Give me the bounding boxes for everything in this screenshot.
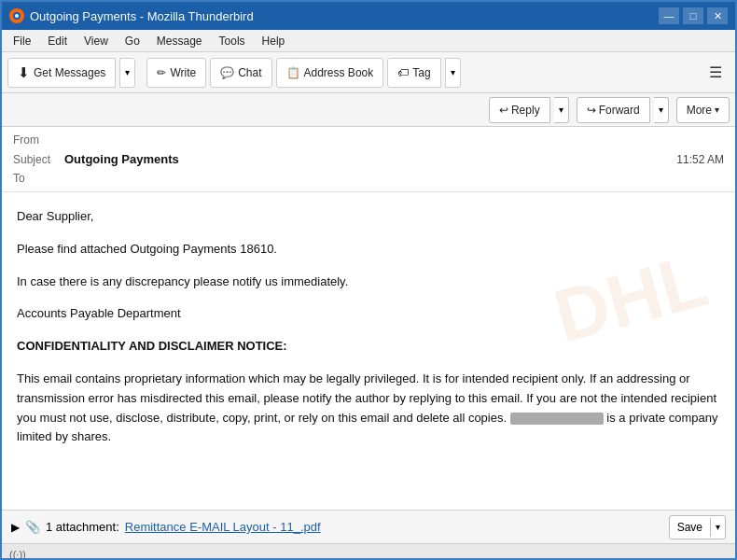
chat-icon: 💬 — [220, 66, 234, 79]
menu-message[interactable]: Message — [149, 33, 210, 49]
menu-edit[interactable]: Edit — [40, 33, 75, 49]
save-dropdown-arrow[interactable]: ▾ — [711, 519, 725, 535]
body-line1: Please find attached Outgoing Payments 1… — [17, 240, 720, 259]
email-header: From Subject Outgoing Payments 11:52 AM … — [2, 127, 735, 192]
status-icon: ((·)) — [9, 549, 26, 560]
subject-value: Outgoing Payments — [64, 152, 179, 166]
tag-icon: 🏷 — [397, 66, 409, 79]
tag-button[interactable]: 🏷 Tag — [387, 58, 440, 88]
close-button[interactable]: ✕ — [707, 7, 728, 24]
redacted-text — [510, 413, 604, 425]
from-label: From — [13, 133, 64, 147]
body-line2: In case there is any discrepancy please … — [17, 273, 720, 292]
email-body: DHL Dear Supplier, Please find attached … — [2, 192, 735, 510]
menu-bar: File Edit View Go Message Tools Help — [2, 30, 735, 52]
menu-file[interactable]: File — [6, 33, 38, 49]
tag-dropdown[interactable]: ▾ — [445, 58, 461, 88]
confidentiality-section: CONFIDENTIALITY AND DISCLAIMER NOTICE: T… — [17, 337, 720, 447]
minimize-button[interactable]: — — [659, 7, 679, 24]
subject-label: Subject — [13, 153, 64, 166]
chat-button[interactable]: 💬 Chat — [210, 58, 271, 88]
maximize-button[interactable]: □ — [683, 7, 703, 24]
attachment-bar: ▶ 📎 1 attachment: Remittance E-MAIL Layo… — [2, 510, 735, 543]
menu-view[interactable]: View — [76, 33, 116, 49]
title-bar-left: Outgoing Payments - Mozilla Thunderbird — [9, 8, 254, 23]
get-messages-dropdown[interactable]: ▾ — [119, 58, 135, 88]
forward-button[interactable]: ↪ Forward — [577, 97, 650, 123]
subject-row: Subject Outgoing Payments 11:52 AM — [13, 149, 724, 169]
write-icon: ✏ — [157, 66, 166, 79]
svg-point-2 — [15, 14, 19, 18]
expand-attachments-icon[interactable]: ▶ — [11, 521, 20, 534]
address-book-button[interactable]: 📋 Address Book — [276, 58, 384, 88]
toolbar-right: ☰ — [702, 60, 730, 85]
write-button[interactable]: ✏ Write — [146, 58, 206, 88]
window-title: Outgoing Payments - Mozilla Thunderbird — [30, 9, 254, 23]
menu-go[interactable]: Go — [118, 33, 147, 49]
reply-button[interactable]: ↩ Reply — [489, 97, 550, 123]
forward-icon: ↪ — [587, 104, 596, 117]
get-messages-button[interactable]: ⬇ Get Messages — [7, 58, 116, 88]
get-messages-icon: ⬇ — [18, 64, 30, 81]
forward-dropdown[interactable]: ▾ — [654, 97, 669, 123]
action-bar: ↩ Reply ▾ ↪ Forward ▾ More ▾ — [2, 93, 735, 127]
app-icon — [9, 8, 24, 23]
from-row: From — [13, 131, 724, 149]
attachment-filename[interactable]: Remittance E-MAIL Layout - 11_.pdf — [125, 520, 321, 534]
window-controls[interactable]: — □ ✕ — [659, 7, 728, 24]
menu-help[interactable]: Help — [255, 33, 293, 49]
email-content: Dear Supplier, Please find attached Outg… — [17, 207, 720, 447]
hamburger-menu[interactable]: ☰ — [702, 60, 730, 85]
attachment-paperclip-icon: 📎 — [25, 520, 40, 534]
greeting-text: Dear Supplier, — [17, 207, 720, 227]
menu-tools[interactable]: Tools — [212, 33, 253, 49]
reply-icon: ↩ — [499, 104, 508, 117]
more-button[interactable]: More ▾ — [676, 97, 730, 123]
reply-dropdown[interactable]: ▾ — [554, 97, 569, 123]
email-timestamp: 11:52 AM — [676, 153, 724, 166]
main-toolbar: ⬇ Get Messages ▾ ✏ Write 💬 Chat 📋 Addres… — [2, 52, 735, 93]
to-label: To — [13, 172, 64, 185]
body-line3: Accounts Payable Department — [17, 304, 720, 324]
title-bar: Outgoing Payments - Mozilla Thunderbird … — [2, 2, 735, 30]
attachment-count: 1 attachment: — [46, 520, 119, 534]
save-button-group[interactable]: Save ▾ — [669, 515, 726, 539]
status-bar: ((·)) — [2, 543, 735, 560]
save-label[interactable]: Save — [670, 518, 711, 537]
confidentiality-body: This email contains proprietary informat… — [17, 370, 720, 447]
address-book-icon: 📋 — [286, 66, 300, 79]
confidentiality-title: CONFIDENTIALITY AND DISCLAIMER NOTICE: — [17, 339, 287, 353]
to-row: To — [13, 169, 724, 188]
more-arrow-icon: ▾ — [715, 105, 719, 115]
